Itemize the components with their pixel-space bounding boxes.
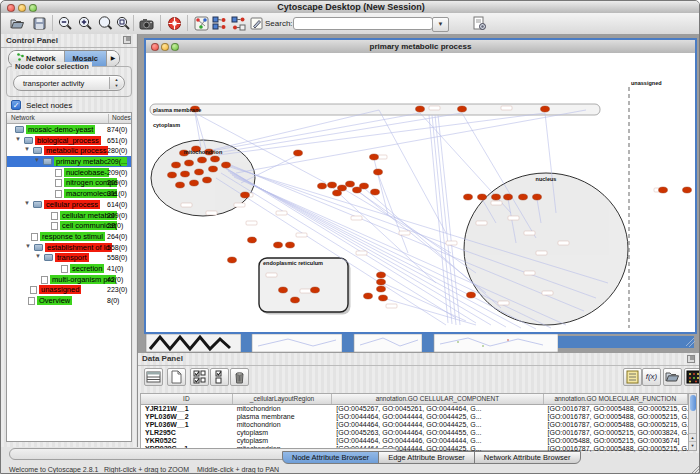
- expand-arrow-icon[interactable]: ▼: [25, 243, 31, 249]
- table-column-header[interactable]: ID: [141, 394, 233, 404]
- help-icon[interactable]: [166, 15, 183, 32]
- table-cell[interactable]: YPL036W__1: [141, 421, 233, 429]
- graph-node[interactable]: [377, 279, 386, 285]
- tree-row[interactable]: response to stimul264(0): [7, 231, 131, 242]
- graph-node[interactable]: [333, 190, 342, 196]
- graph-node[interactable]: [294, 150, 303, 156]
- attribute-table-header[interactable]: ID_cellularLayoutRegionannotation.GO CEL…: [141, 394, 688, 405]
- table-cell[interactable]: [GO:0016787, GO:0005215, GO:0003824, G..…: [544, 429, 688, 437]
- region-nucleus[interactable]: [464, 173, 628, 325]
- search-input[interactable]: [293, 17, 433, 30]
- tree-row[interactable]: ▼metabolic process280(0): [7, 145, 131, 156]
- select-attributes-icon[interactable]: [190, 368, 209, 386]
- table-cell[interactable]: [GO:0044464, GO:0044444, GO:0044425, G..…: [332, 413, 543, 421]
- node-color-dropdown[interactable]: transporter activity ▲▼: [13, 75, 125, 91]
- table-cell[interactable]: [GO:0044464, GO:0044444, GO:0044425, G..…: [332, 421, 543, 429]
- zoom-in-icon[interactable]: [77, 15, 94, 32]
- table-scrollbar[interactable]: ▲ ▼: [688, 393, 697, 451]
- table-cell[interactable]: [GO:0045267, GO:0045261, GO:0044464, G..…: [332, 405, 543, 413]
- attribute-list-icon[interactable]: [623, 368, 642, 386]
- tab-edge-attribute-browser[interactable]: Edge Attribute Browser: [378, 451, 475, 464]
- zoom-out-icon[interactable]: [57, 15, 74, 32]
- tree-row[interactable]: unassigned223(0): [7, 284, 131, 295]
- tree-row[interactable]: cell communicat22(0): [7, 220, 131, 231]
- graph-node[interactable]: [248, 237, 257, 243]
- network-window-titlebar[interactable]: primary metabolic process: [146, 40, 695, 54]
- open-icon[interactable]: [9, 15, 26, 32]
- save-icon[interactable]: [31, 15, 48, 32]
- graph-node[interactable]: [377, 272, 386, 278]
- graph-node[interactable]: [360, 183, 369, 189]
- table-cell[interactable]: mitochondrion: [233, 421, 333, 429]
- tree-column-nodes[interactable]: Nodes: [108, 114, 131, 123]
- layout-b-icon[interactable]: [230, 15, 247, 32]
- graph-node[interactable]: [211, 156, 220, 162]
- graph-node[interactable]: [181, 171, 190, 177]
- graph-node[interactable]: [203, 177, 212, 183]
- table-column-header[interactable]: _cellularLayoutRegion: [233, 394, 333, 404]
- graph-node[interactable]: [222, 162, 231, 168]
- table-cell[interactable]: [GO:0005488, GO:0005215, GO:0003674]: [544, 437, 688, 445]
- graph-node[interactable]: [519, 194, 528, 200]
- search-dropdown-icon[interactable]: ▼: [432, 17, 449, 32]
- table-column-header[interactable]: annotation.GO MOLECULAR_FUNCTION: [544, 394, 688, 404]
- vizmapper-icon[interactable]: [193, 15, 210, 32]
- graph-node[interactable]: [172, 162, 181, 168]
- table-row[interactable]: YPL036W__2plasma membrane[GO:0044464, GO…: [141, 413, 688, 421]
- attribute-table-icon[interactable]: [144, 368, 163, 386]
- float-panel-icon[interactable]: [123, 36, 131, 44]
- expand-arrow-icon[interactable]: ▼: [24, 146, 30, 152]
- graph-node[interactable]: [291, 297, 300, 303]
- graph-node[interactable]: [371, 189, 380, 195]
- table-row[interactable]: YJR121W__1mitochondrion[GO:0045267, GO:0…: [141, 405, 688, 413]
- graph-node[interactable]: [541, 106, 550, 112]
- graph-node[interactable]: [190, 180, 199, 186]
- expand-arrow-icon[interactable]: ▼: [34, 157, 40, 163]
- tab-network-attribute-browser[interactable]: Network Attribute Browser: [474, 451, 581, 464]
- table-cell[interactable]: [GO:0016787, GO:0005488, GO:0005215, G..…: [544, 421, 688, 429]
- attribute-matrix-icon[interactable]: [684, 368, 700, 386]
- dropdown-stepper-icon[interactable]: ▲▼: [109, 77, 123, 89]
- table-cell[interactable]: cytoplasm: [233, 437, 333, 445]
- tree-row[interactable]: ▼cellular process614(0): [7, 199, 131, 210]
- graph-node[interactable]: [478, 194, 487, 200]
- graph-node[interactable]: [492, 194, 501, 200]
- graph-node[interactable]: [379, 295, 388, 301]
- graph-node[interactable]: [168, 172, 177, 178]
- tree-row[interactable]: macromolecule311(0): [7, 188, 131, 199]
- tab-node-attribute-browser[interactable]: Node Attribute Browser: [282, 451, 379, 464]
- annotation-icon[interactable]: [248, 15, 265, 32]
- graph-node[interactable]: [176, 182, 185, 188]
- graph-node[interactable]: [683, 187, 692, 193]
- table-row[interactable]: YPL036W__1mitochondrion[GO:0044464, GO:0…: [141, 421, 688, 429]
- resize-grip-icon[interactable]: [691, 465, 700, 474]
- graph-node[interactable]: [328, 182, 337, 188]
- graph-node[interactable]: [659, 187, 668, 193]
- tree-column-network[interactable]: Network: [11, 114, 35, 121]
- import-attributes-icon[interactable]: [663, 368, 682, 386]
- table-cell[interactable]: [GO:0016787, GO:0005488, GO:0005215, G..…: [544, 405, 688, 413]
- graph-node[interactable]: [364, 293, 373, 299]
- table-row[interactable]: YLR295Ccytoplasm[GO:0045263, GO:0044464,…: [141, 429, 688, 437]
- scrollbar-thumb[interactable]: [690, 395, 696, 411]
- layout-a-icon[interactable]: [211, 15, 228, 32]
- graph-node[interactable]: [198, 157, 207, 163]
- graph-node[interactable]: [228, 257, 237, 263]
- table-cell[interactable]: cytoplasm: [233, 429, 333, 437]
- attribute-table[interactable]: ID_cellularLayoutRegionannotation.GO CEL…: [140, 393, 689, 451]
- table-cell[interactable]: YPL036W__2: [141, 413, 233, 421]
- tree-row[interactable]: ▼establishment of lo558(0): [7, 242, 131, 253]
- expand-arrow-icon[interactable]: ▼: [35, 253, 41, 259]
- table-cell[interactable]: [GO:0016787, GO:0005488, GO:0005215, G..…: [544, 413, 688, 421]
- graph-node[interactable]: [209, 166, 218, 172]
- network-canvas[interactable]: plasma membranecytoplasmmitochondrionnuc…: [146, 53, 695, 332]
- tree-row[interactable]: nitrogen compo209(0): [7, 177, 131, 188]
- graph-node[interactable]: [464, 194, 473, 200]
- graph-node[interactable]: [370, 154, 379, 160]
- region-endoplasmic-reticulum[interactable]: [259, 258, 348, 312]
- graph-node[interactable]: [286, 242, 295, 248]
- graph-node[interactable]: [533, 194, 542, 200]
- snapshot-icon[interactable]: [138, 15, 155, 32]
- graph-node[interactable]: [467, 292, 476, 298]
- graph-node[interactable]: [458, 106, 467, 112]
